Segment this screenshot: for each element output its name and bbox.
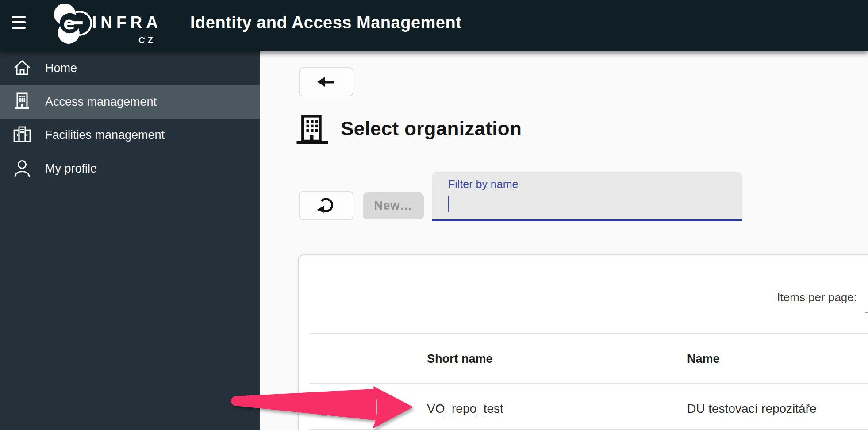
new-organization-button[interactable]: New… [363,192,424,219]
organizations-card: Items per page: Short name Name VO_repo_… [298,254,868,430]
building-icon [12,91,33,112]
back-button[interactable] [299,67,353,96]
svg-text:e: e [63,13,75,33]
cell-name: DU testovací repozitáře [687,402,817,416]
page-heading: Select organization [294,113,533,149]
app-title: Identity and Access Management [190,13,461,32]
sidebar-item-label: My profile [45,162,97,176]
column-header-short-name: Short name [427,352,493,366]
sidebar-item-my-profile[interactable]: My profile [0,152,260,185]
facility-icon [12,124,33,146]
person-icon [12,158,33,179]
table-divider [309,333,868,334]
einfra-logo[interactable]: e INFRA CZ [47,1,166,50]
sidebar-item-label: Home [45,61,77,75]
refresh-button[interactable] [299,191,353,220]
organization-building-icon [294,114,334,148]
logo-text-primary: INFRA [92,13,162,32]
sidebar-item-label: Facilities management [45,128,165,142]
text-caret [448,196,449,212]
sidebar-item-facilities-management[interactable]: Facilities management [0,118,260,152]
menu-icon[interactable] [12,15,26,29]
left-arrow-icon [315,76,337,88]
filter-input[interactable] [447,192,726,212]
refresh-icon [316,196,336,216]
app-header: e INFRA CZ Identity and Access Managemen… [0,0,868,51]
logo-text-secondary: CZ [138,35,156,46]
filter-field-label: Filter by name [448,178,518,191]
sidebar-nav: Home Access management [0,51,260,430]
items-per-page-label: Items per page: [777,291,857,304]
sidebar-item-label: Access management [45,95,157,109]
sidebar-item-access-management[interactable]: Access management [0,85,260,119]
organization-row-radio[interactable] [317,401,332,416]
page-title: Select organization [341,118,522,140]
filter-focus-underline [432,219,742,221]
column-header-name: Name [687,352,720,366]
cell-short-name: VO_repo_test [427,402,503,416]
home-icon [12,58,33,79]
einfra-logo-icon: e [48,2,94,48]
filter-field: Filter by name [432,172,742,221]
page-size-select[interactable] [865,312,868,313]
sidebar-item-home[interactable]: Home [0,51,260,85]
iam-app-window: e INFRA CZ Identity and Access Managemen… [0,0,868,430]
